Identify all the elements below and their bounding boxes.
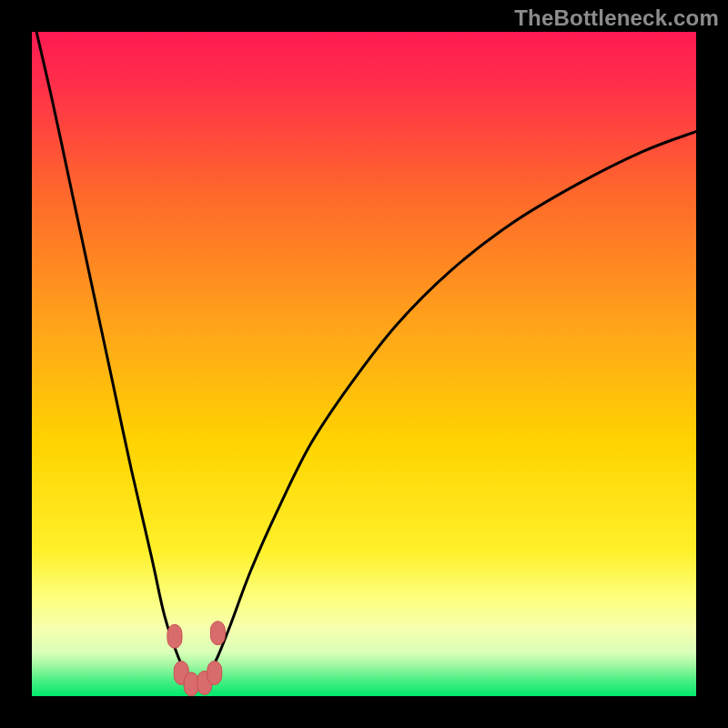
data-marker: [207, 661, 222, 684]
plot-area: [32, 32, 696, 696]
data-marker: [184, 672, 198, 696]
data-marker: [210, 622, 225, 645]
chart-frame: TheBottleneck.com: [0, 0, 728, 728]
bottleneck-chart: [32, 32, 696, 696]
watermark-text: TheBottleneck.com: [514, 5, 719, 31]
data-marker: [167, 624, 182, 648]
